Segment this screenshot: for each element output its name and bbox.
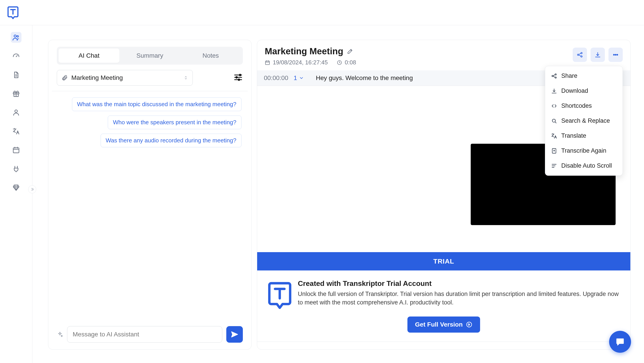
menu-translate[interactable]: Translate bbox=[545, 128, 622, 143]
doc-duration: 0:08 bbox=[337, 59, 356, 66]
transcript-text: Hey guys. Welcome to the meeting bbox=[316, 74, 413, 82]
more-button[interactable] bbox=[608, 48, 623, 62]
sidebar-item-gift[interactable] bbox=[11, 88, 22, 99]
svg-point-16 bbox=[617, 54, 618, 55]
updown-icon bbox=[184, 75, 188, 80]
ai-chat-panel: AI Chat Summary Notes Marketing Meeting … bbox=[48, 40, 252, 350]
panel-tabs: AI Chat Summary Notes bbox=[57, 47, 243, 65]
compose-row bbox=[52, 326, 248, 343]
speaker-selector[interactable]: 1 bbox=[294, 74, 304, 82]
sidebar-item-integrations[interactable] bbox=[11, 163, 22, 174]
suggestion-list: What was the main topic discussed in the… bbox=[52, 91, 248, 147]
paperclip-icon bbox=[62, 75, 68, 81]
sidebar-item-translate[interactable] bbox=[11, 126, 22, 137]
send-button[interactable] bbox=[226, 326, 243, 343]
chevron-down-icon bbox=[299, 75, 304, 80]
tab-notes[interactable]: Notes bbox=[180, 48, 241, 63]
suggestion-chip[interactable]: What was the main topic discussed in the… bbox=[72, 97, 242, 111]
svg-rect-9 bbox=[266, 61, 270, 65]
menu-disable-scroll[interactable]: Disable Auto Scroll bbox=[545, 158, 622, 173]
suggestion-chip[interactable]: Who were the speakers present in the mee… bbox=[108, 116, 242, 129]
timestamp: 00:00:00 bbox=[264, 74, 288, 82]
sidebar bbox=[0, 25, 32, 363]
transcript-panel: Marketing Meeting 19/08/2024, 16:27:45 0… bbox=[257, 40, 630, 350]
doc-title: Marketing Meeting bbox=[265, 46, 343, 56]
get-full-version-button[interactable]: Get Full Version bbox=[408, 317, 480, 333]
sparkle-icon bbox=[57, 331, 63, 338]
doc-date: 19/08/2024, 16:27:45 bbox=[265, 59, 328, 66]
sidebar-expand-button[interactable] bbox=[28, 185, 36, 193]
filters-button[interactable] bbox=[234, 73, 243, 83]
svg-point-6 bbox=[239, 74, 241, 76]
suggestion-chip[interactable]: Was there any audio recorded during the … bbox=[100, 134, 242, 147]
svg-point-15 bbox=[615, 54, 616, 55]
svg-point-21 bbox=[552, 119, 556, 122]
svg-point-0 bbox=[14, 35, 16, 37]
arrow-circle-icon bbox=[466, 321, 472, 328]
tab-ai-chat[interactable]: AI Chat bbox=[58, 48, 120, 63]
svg-point-14 bbox=[613, 54, 614, 55]
help-chat-button[interactable] bbox=[609, 331, 631, 353]
player: Add Comment 0:00 1x bbox=[257, 342, 630, 350]
menu-search-replace[interactable]: Search & Replace bbox=[545, 113, 622, 128]
svg-point-4 bbox=[15, 110, 17, 112]
file-name: Marketing Meeting bbox=[71, 74, 123, 81]
topbar bbox=[0, 0, 644, 25]
menu-transcribe-again[interactable]: Transcribe Again bbox=[545, 143, 622, 158]
sidebar-item-team[interactable] bbox=[11, 32, 22, 43]
chat-input[interactable] bbox=[67, 326, 222, 343]
app-logo-icon bbox=[7, 5, 19, 19]
sidebar-item-premium[interactable] bbox=[11, 182, 22, 193]
clock-icon bbox=[337, 60, 342, 65]
sidebar-item-files[interactable] bbox=[11, 69, 22, 80]
sidebar-item-calendar[interactable] bbox=[11, 145, 22, 155]
more-menu: Share Download Shortcodes Search & Repla… bbox=[545, 66, 623, 176]
sidebar-item-profile[interactable] bbox=[11, 107, 22, 118]
svg-rect-5 bbox=[13, 148, 19, 153]
menu-share[interactable]: Share bbox=[545, 68, 622, 83]
download-button[interactable] bbox=[590, 48, 605, 62]
trial-logo-icon bbox=[268, 279, 292, 311]
svg-point-1 bbox=[17, 35, 18, 37]
tab-summary[interactable]: Summary bbox=[120, 48, 180, 63]
trial-heading: Created with Transkriptor Trial Account bbox=[298, 279, 620, 288]
trial-body-text: Unlock the full version of Transkriptor.… bbox=[298, 290, 620, 307]
share-button[interactable] bbox=[573, 48, 587, 62]
sidebar-item-dashboard[interactable] bbox=[11, 51, 22, 61]
scrubber[interactable] bbox=[257, 342, 630, 350]
svg-point-7 bbox=[236, 77, 238, 78]
calendar-icon bbox=[265, 60, 270, 65]
trial-strip: TRIAL bbox=[257, 252, 630, 271]
svg-point-8 bbox=[238, 79, 240, 80]
file-selector[interactable]: Marketing Meeting bbox=[57, 70, 193, 86]
menu-shortcodes[interactable]: Shortcodes bbox=[545, 98, 622, 113]
menu-download[interactable]: Download bbox=[545, 83, 622, 98]
edit-icon[interactable] bbox=[347, 48, 353, 54]
